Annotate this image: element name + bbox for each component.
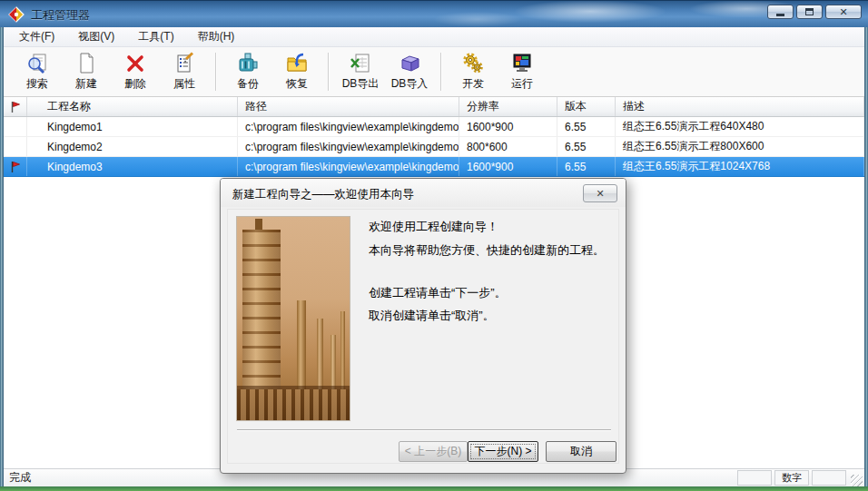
- table-row-kingdemo3-selected[interactable]: Kingdemo3 c:\program files\kingview\exam…: [4, 157, 864, 177]
- db-import-icon: [398, 52, 421, 75]
- toolbar-develop-button[interactable]: 开发: [449, 50, 497, 93]
- menu-tools[interactable]: 工具(T): [130, 27, 182, 46]
- photo-detail: [237, 389, 350, 420]
- project-name-cell: Kingdemo1: [27, 117, 238, 136]
- restore-icon: [285, 52, 309, 75]
- wizard-welcome-line: 欢迎使用工程创建向导！: [369, 219, 498, 235]
- column-header-flag[interactable]: [4, 97, 27, 116]
- menu-view[interactable]: 视图(V): [70, 27, 123, 46]
- dialog-title: 新建工程向导之——欢迎使用本向导: [232, 187, 414, 202]
- toolbar-button-label: 恢复: [286, 76, 308, 92]
- current-project-flag-icon: [10, 161, 21, 173]
- table-row-kingdemo2[interactable]: Kingdemo2 c:\program files\kingview\exam…: [4, 137, 864, 157]
- column-header-resolution[interactable]: 分辨率: [459, 97, 557, 116]
- toolbar-button-label: 属性: [173, 76, 195, 92]
- table-row-kingdemo1[interactable]: Kingdemo1 c:\program files\kingview\exam…: [4, 117, 864, 137]
- minimize-icon: [776, 14, 784, 16]
- wizard-cancel-hint-line: 取消创建请单击“取消”。: [369, 308, 495, 324]
- window-border-left: [0, 27, 4, 487]
- dialog-close-icon: ✕: [596, 188, 604, 200]
- toolbar-db-export-button[interactable]: DB导出: [337, 50, 384, 93]
- toolbar-button-label: 搜索: [26, 76, 48, 92]
- title-bar[interactable]: 工程管理器 ✕: [0, 0, 868, 27]
- develop-gears-icon: [461, 52, 485, 75]
- new-document-icon: [74, 52, 98, 75]
- toolbar-separator: [215, 53, 217, 91]
- project-version-cell: 6.55: [557, 157, 616, 176]
- kingview-logo-icon: [8, 6, 25, 23]
- project-path-cell: c:\program files\kingview\example\kingde…: [238, 157, 459, 176]
- titlebar-cloud-texture: [0, 1, 868, 27]
- row-flag-cell: [4, 157, 27, 176]
- db-export-icon: [349, 52, 372, 75]
- status-panel-scroll: [812, 470, 846, 486]
- run-icon: [510, 52, 534, 75]
- next-button[interactable]: 下一步(N) >: [468, 441, 538, 462]
- toolbar-separator: [440, 53, 442, 91]
- project-path-cell: c:\program files\kingview\example\kingde…: [238, 117, 459, 136]
- toolbar-run-button[interactable]: 运行: [498, 50, 546, 93]
- dialog-close-button[interactable]: ✕: [583, 184, 617, 202]
- search-icon: [25, 52, 49, 75]
- resize-grip[interactable]: [851, 475, 863, 486]
- new-project-wizard-dialog: 新建工程向导之——欢迎使用本向导 ✕ 欢迎使用工程创建向导！ 本向导将帮助您方便…: [220, 178, 626, 474]
- toolbar-backup-button[interactable]: 备份: [224, 50, 271, 93]
- window-border-right: [864, 27, 868, 487]
- toolbar-button-label: DB导出: [342, 76, 380, 92]
- project-resolution-cell: 800*600: [459, 137, 557, 156]
- column-header-name[interactable]: 工程名称: [27, 97, 238, 116]
- menu-file[interactable]: 文件(F): [11, 27, 63, 46]
- wizard-create-hint-line: 创建工程请单击“下一步”。: [369, 285, 507, 301]
- project-resolution-cell: 1600*900: [459, 157, 557, 176]
- menu-bar: 文件(F) 视图(V) 工具(T) 帮助(H): [4, 27, 864, 47]
- delete-icon: [123, 52, 147, 75]
- menu-help[interactable]: 帮助(H): [190, 27, 243, 46]
- window-controls: ✕: [767, 5, 862, 19]
- toolbar-button-label: 删除: [124, 76, 146, 92]
- maximize-button[interactable]: [796, 5, 823, 19]
- toolbar-separator: [328, 53, 330, 91]
- project-name-cell: Kingdemo2: [27, 137, 238, 156]
- toolbar-new-button[interactable]: 新建: [63, 50, 110, 93]
- toolbar-button-label: 备份: [237, 76, 259, 92]
- window-title: 工程管理器: [31, 7, 90, 24]
- close-button[interactable]: ✕: [825, 5, 862, 19]
- current-project-flag-icon: [10, 101, 21, 113]
- toolbar-button-label: DB导入: [391, 76, 429, 92]
- toolbar-properties-button[interactable]: 属性: [161, 50, 208, 93]
- maximize-icon: [805, 8, 814, 15]
- toolbar-search-button[interactable]: 搜索: [14, 50, 61, 93]
- column-header-path[interactable]: 路径: [238, 97, 459, 116]
- project-description-cell: 组态王6.55演示工程800X600: [616, 137, 864, 156]
- status-panel-num: 数字: [774, 470, 809, 486]
- toolbar-db-import-button[interactable]: DB导入: [386, 50, 433, 93]
- column-header-description[interactable]: 描述: [616, 97, 864, 116]
- project-name-cell: Kingdemo3: [27, 157, 238, 176]
- app-window: 工程管理器 ✕ 文件(F) 视图(V) 工具(T) 帮助(H) 搜索: [0, 0, 868, 491]
- status-panel-caps: [737, 470, 772, 486]
- project-path-cell: c:\program files\kingview\example\kingde…: [238, 137, 459, 156]
- column-header-version[interactable]: 版本: [557, 97, 616, 116]
- project-resolution-cell: 1600*900: [459, 117, 557, 136]
- window-border-bottom: [0, 486, 868, 491]
- back-button[interactable]: < 上一步(B): [399, 441, 468, 462]
- toolbar-button-label: 开发: [462, 76, 484, 92]
- row-flag-cell: [4, 117, 27, 136]
- dialog-title-bar[interactable]: 新建工程向导之——欢迎使用本向导 ✕: [221, 179, 626, 207]
- backup-icon: [236, 52, 260, 75]
- toolbar-delete-button[interactable]: 删除: [112, 50, 159, 93]
- cancel-button[interactable]: 取消: [546, 441, 616, 462]
- project-description-cell: 组态王6.55演示工程640X480: [616, 117, 864, 136]
- close-icon: ✕: [839, 7, 847, 17]
- row-flag-cell: [4, 137, 27, 156]
- table-header-row: 工程名称 路径 分辨率 版本 描述: [4, 97, 864, 117]
- toolbar-button-label: 新建: [75, 76, 97, 92]
- minimize-button[interactable]: [767, 5, 794, 19]
- project-version-cell: 6.55: [557, 117, 616, 136]
- project-description-cell: 组态王6.55演示工程1024X768: [616, 157, 864, 176]
- properties-icon: [173, 52, 196, 75]
- project-version-cell: 6.55: [557, 137, 616, 156]
- wizard-help-line: 本向导将帮助您方便、快捷的创建新的工程。: [369, 242, 605, 259]
- toolbar-restore-button[interactable]: 恢复: [273, 50, 321, 93]
- dialog-separator: [237, 429, 611, 431]
